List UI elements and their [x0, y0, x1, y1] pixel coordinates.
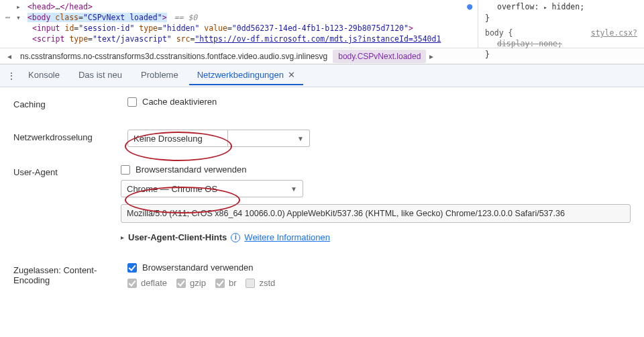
breadcrumb-next-icon[interactable]: ▸: [426, 51, 437, 62]
zstd-checkbox: [246, 279, 255, 288]
disable-cache-checkbox[interactable]: [127, 97, 137, 107]
drawer-tabs: ⋮ Konsole Das ist neu Probleme Netzwerkb…: [0, 64, 644, 87]
gzip-checkbox: [176, 279, 186, 288]
caching-label: Caching: [13, 97, 127, 109]
expand-icon[interactable]: ▸: [121, 234, 124, 241]
stylesheet-link[interactable]: style.csx?: [591, 28, 637, 38]
selection-marker-icon: ⋯: [5, 13, 11, 22]
disable-cache-label: Cache deaktivieren: [142, 97, 217, 107]
breadcrumb-html[interactable]: ns.csstransforms.no-csstransforms3d.csst…: [15, 50, 333, 63]
body-element[interactable]: <body class="CSPvNext loaded">: [28, 13, 167, 22]
throttling-select-group: Keine Drosselung ▼: [127, 130, 631, 147]
body-selector[interactable]: body {: [485, 28, 513, 38]
user-agent-label: User-Agent: [13, 164, 121, 177]
user-agent-string-input[interactable]: Mozilla/5.0 (X11; CrOS x86_64 10066.0.0)…: [121, 204, 631, 223]
console-ref: == $0: [167, 13, 198, 22]
head-open: <head>: [28, 2, 56, 11]
ua-default-label: Browserstandard verwenden: [136, 164, 246, 175]
ua-default-checkbox[interactable]: [121, 165, 130, 175]
tab-netzwerkbedingungen[interactable]: Netzwerkbedingungen✕: [189, 66, 303, 85]
overridden-property[interactable]: display: none;: [497, 39, 562, 48]
expand-icon[interactable]: ▸: [543, 4, 547, 11]
collapse-icon[interactable]: ▾: [16, 12, 23, 23]
head-close: </head>: [60, 2, 92, 11]
event-listener-icon[interactable]: ●: [467, 1, 472, 11]
throttling-label: Netzwerkdrosselung: [13, 130, 127, 142]
user-agent-select[interactable]: Chrome — Chrome OS ▼: [121, 180, 303, 197]
network-conditions-panel: Caching Cache deaktivieren Netzwerkdross…: [0, 87, 644, 288]
breadcrumb-body[interactable]: body.CSPvNext.loaded: [333, 50, 426, 63]
dom-tree[interactable]: ▸ <head>…</head> ⋯ ▾ <body class="CSPvNe…: [0, 0, 478, 48]
styles-pane[interactable]: overflow: ▸ hidden; } body {style.csx? d…: [478, 0, 644, 48]
info-icon[interactable]: i: [231, 233, 240, 242]
chevron-down-icon: ▼: [297, 135, 304, 142]
tab-konsole[interactable]: Konsole: [20, 66, 68, 85]
throttling-select[interactable]: Keine Drosselung: [127, 130, 228, 147]
expand-icon[interactable]: ▸: [16, 1, 23, 12]
content-encoding-label: Zugelassen: Content-Encoding: [13, 262, 127, 285]
more-tabs-icon[interactable]: ⋮: [5, 73, 17, 79]
encoding-default-checkbox[interactable]: [127, 263, 137, 273]
br-checkbox: [215, 279, 225, 288]
client-hints-label[interactable]: User-Agent-Client-Hints: [128, 232, 227, 242]
deflate-checkbox: [127, 279, 137, 288]
top-pane: ▸ <head>…</head> ⋯ ▾ <body class="CSPvNe…: [0, 0, 644, 48]
close-tab-icon[interactable]: ✕: [288, 70, 295, 80]
tab-das-ist-neu[interactable]: Das ist neu: [70, 66, 130, 85]
breadcrumb-prev-icon[interactable]: ◂: [4, 51, 15, 62]
encoding-default-label: Browserstandard verwenden: [142, 262, 253, 273]
chevron-down-icon: ▼: [290, 185, 297, 193]
tab-probleme[interactable]: Probleme: [133, 66, 186, 85]
client-hints-learn-more-link[interactable]: Weitere Informationen: [244, 232, 330, 242]
throttling-preset-select[interactable]: ▼: [228, 130, 310, 147]
